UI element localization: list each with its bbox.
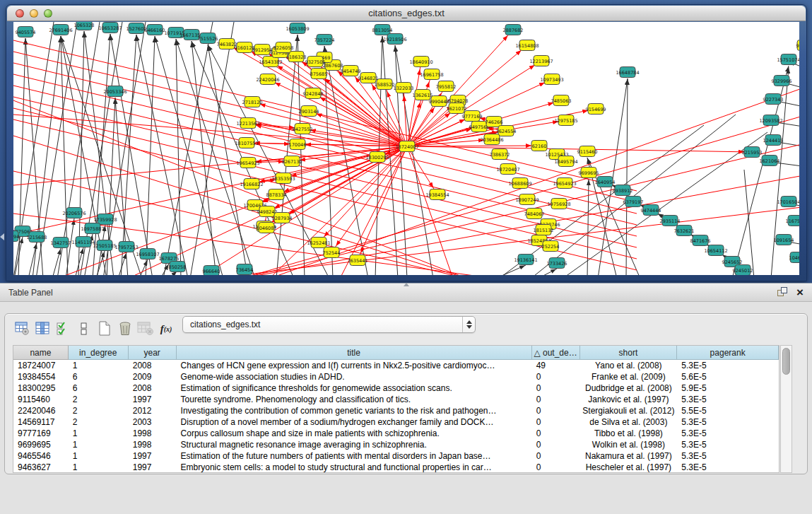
graph-node[interactable]: 19654925 [236,158,259,168]
graph-node[interactable]: 927347 [796,40,799,51]
delete-column-icon[interactable] [116,320,134,338]
graph-node[interactable]: 8938912 [613,185,633,196]
table-cell[interactable]: Changes of HCN gene expression and I(f) … [177,360,532,371]
table-cell[interactable]: 18724007 [13,360,69,371]
graph-node[interactable]: 9160128 [235,42,255,53]
table-cell[interactable]: 5.3E-5 [677,428,779,439]
table-cell[interactable]: 2003 [129,416,177,428]
graph-node[interactable]: 9777169 [462,111,483,122]
graph-node[interactable]: 10688609 [508,178,531,189]
graph-node[interactable]: 8454749 [341,66,361,76]
table-scrollbar[interactable] [780,345,792,473]
graph-node[interactable]: 391594 [13,231,19,242]
graph-node[interactable]: 8267130 [282,156,302,167]
graph-node[interactable]: 9990448 [429,96,449,107]
graph-node[interactable]: 7357224 [314,35,335,45]
graph-node[interactable]: 1640954 [595,177,616,187]
scrollbar-thumb[interactable] [782,348,790,375]
table-cell[interactable]: 1 [69,439,129,450]
table-cell[interactable]: 0 [532,416,580,428]
table-cell[interactable]: Hescheler et al. (1997) [580,462,678,473]
table-cell[interactable]: 0 [532,462,580,473]
graph-node[interactable]: 2887682 [503,25,524,35]
graph-node[interactable]: 2718120 [242,97,263,107]
graph-node[interactable]: 16958107 [136,249,159,259]
table-cell[interactable]: 5.5E-5 [677,405,779,416]
table-cell[interactable]: 0 [532,382,580,394]
graph-node[interactable]: 18720407 [496,164,519,175]
graph-node[interactable]: 62160 [531,141,547,151]
graph-node[interactable]: 7635441 [348,255,368,266]
table-cell[interactable]: 5.3E-5 [677,450,779,462]
graph-node[interactable]: 18640910 [409,57,433,67]
table-cell[interactable]: 5.3E-5 [677,416,779,428]
graph-node[interactable]: 17016504 [777,197,799,207]
table-row[interactable]: 969969511998Structural magnetic resonanc… [13,439,779,450]
graph-node[interactable]: 1815132 [534,225,554,235]
table-row[interactable]: 911546021997Tourette syndrome. Phenomeno… [13,394,779,405]
graph-node[interactable]: 2903144 [299,106,319,117]
graph-node[interactable]: 9245012 [733,265,753,276]
table-cell[interactable]: 9465546 [13,450,69,462]
table-cell[interactable]: 0 [532,450,580,462]
table-cell[interactable]: Investigating the contribution of common… [177,405,532,416]
graph-node[interactable]: 104651 [789,252,799,263]
table-cell[interactable]: 1997 [129,462,177,473]
graph-node[interactable]: 16648784 [616,67,639,78]
table-cell[interactable]: 2 [69,405,129,416]
network-window[interactable]: citations_edges.txt 18724007183002951322… [6,4,807,281]
table-cell[interactable]: 2009 [129,371,177,382]
table-cell[interactable]: Embryonic stem cells: a model to study s… [177,462,532,473]
graph-node[interactable]: 7484067 [524,209,545,219]
table-cell[interactable]: 1 [69,360,129,371]
graph-node[interactable]: 1244415 [763,135,784,146]
graph-node[interactable]: 1167533 [786,216,799,226]
graph-node[interactable]: 9227343 [763,94,784,105]
graph-node[interactable]: 10654112 [704,245,727,256]
graph-node[interactable]: 12213563 [236,118,259,129]
clear-selection-icon[interactable] [75,320,93,338]
graph-node[interactable]: 9327505 [305,57,326,67]
graph-node[interactable]: 19756928 [547,199,570,209]
table-cell[interactable]: 5.3E-5 [677,462,779,473]
table-cell[interactable]: Franke et al. (2009) [580,371,678,382]
graph-node[interactable]: 7955812 [436,81,457,92]
table-cell[interactable]: Nakamura et al. (1997) [580,450,678,462]
close-panel-icon[interactable]: × [796,287,804,298]
table-cell[interactable]: 0 [532,428,580,439]
graph-node[interactable]: 16961758 [420,69,443,80]
graph-node[interactable]: 1091654 [774,235,794,245]
graph-node[interactable]: 736454 [236,264,254,275]
graph-node[interactable]: 8912954 [252,45,273,55]
graph-node[interactable]: 12093582 [759,115,782,126]
column-header-year[interactable]: year [129,346,177,360]
graph-node[interactable]: 9154699 [586,104,606,115]
table-cell[interactable]: Jankovic et al. (1997) [580,394,678,405]
column-header-short[interactable]: short [580,346,678,360]
table-cell[interactable]: 49 [532,360,580,371]
table-cell[interactable]: 6 [69,382,129,394]
show-columns-icon[interactable] [34,320,52,338]
table-cell[interactable]: 1998 [129,428,177,439]
graph-node[interactable]: 15751074 [777,54,799,65]
table-cell[interactable]: Genome-wide association studies in ADHD. [177,371,532,382]
graph-node[interactable]: 19136141 [514,255,537,265]
column-header-title[interactable]: title [177,346,532,360]
table-cell[interactable]: de Silva et al. (2003) [580,416,678,428]
table-cell[interactable]: 1998 [129,439,177,450]
graph-node[interactable]: 1065328 [74,22,95,30]
graph-node[interactable]: 7485063 [551,95,572,106]
column-header-pagerank[interactable]: pagerank [677,346,779,360]
table-row[interactable]: 977716911998Corpus callosum shape and si… [13,428,779,439]
table-row[interactable]: 1872400712008Changes of HCN gene express… [13,360,779,371]
graph-node[interactable]: 1733426 [547,258,567,269]
graph-node[interactable]: 1215688 [27,232,47,243]
graph-node[interactable]: 9287934 [272,213,293,223]
table-cell[interactable]: 0 [532,405,580,416]
graph-node[interactable]: 19166822 [240,179,263,189]
table-cell[interactable]: 22420046 [13,405,69,416]
table-cell[interactable]: 5.3E-5 [677,439,779,450]
graph-node[interactable]: 1527602 [126,23,147,34]
table-cell[interactable]: 9115460 [13,394,69,405]
table-cell[interactable]: 1 [69,462,129,473]
